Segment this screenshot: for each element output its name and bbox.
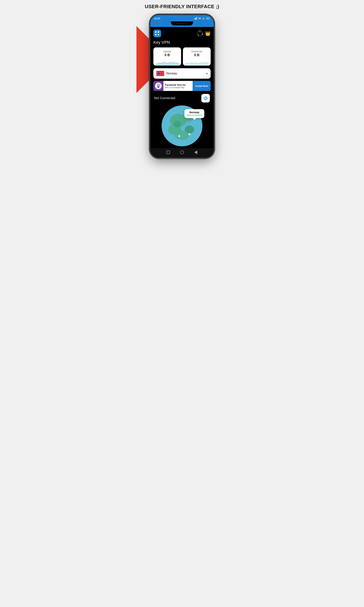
connection-row: Not Connected ⏻ bbox=[153, 94, 211, 103]
globe-area: Norway Disconnected bbox=[153, 106, 211, 148]
status-bar: 11:47 4G 🔒 52 bbox=[150, 15, 214, 21]
page-headline: USER-FRIENDLY INTERFACE ;) bbox=[138, 4, 226, 10]
svg-point-27 bbox=[189, 133, 190, 135]
phone-screen: 11:47 4G 🔒 52 bbox=[150, 15, 214, 158]
navigation-bar bbox=[150, 148, 214, 158]
tooltip-country: Norway bbox=[187, 111, 202, 114]
download-card: Download 0 B bbox=[183, 47, 211, 66]
header-right: 👑 bbox=[196, 30, 211, 37]
app-title: Key VPN bbox=[153, 40, 211, 45]
page-wrapper: USER-FRIENDLY INTERFACE ;) 11:47 bbox=[136, 0, 228, 163]
upload-card: Upload 0 B bbox=[153, 47, 181, 66]
back-icon bbox=[194, 150, 197, 154]
battery-icon: 52 bbox=[206, 17, 210, 20]
svg-rect-14 bbox=[156, 73, 164, 74]
side-btn-vol-up bbox=[149, 43, 150, 53]
menu-button[interactable] bbox=[153, 30, 161, 37]
upload-chart bbox=[156, 59, 179, 66]
svg-rect-2 bbox=[196, 17, 197, 20]
power-icon: ⏻ bbox=[204, 96, 208, 101]
download-chart bbox=[185, 59, 208, 66]
ad-logo-inner bbox=[155, 83, 162, 89]
speaker-grille bbox=[176, 23, 185, 24]
notch-area bbox=[150, 21, 214, 27]
upload-label: Upload bbox=[156, 50, 179, 53]
power-button[interactable]: ⏻ bbox=[201, 94, 210, 103]
stats-row: Upload 0 B Download 0 B bbox=[153, 47, 211, 66]
notch bbox=[171, 21, 193, 26]
app-content: 👑 Key VPN Upload 0 B bbox=[150, 27, 214, 148]
ad-logo bbox=[153, 81, 163, 91]
install-button[interactable]: Install Now bbox=[193, 81, 211, 91]
app-header: 👑 bbox=[153, 30, 211, 37]
nav-recent-apps-button[interactable] bbox=[166, 150, 170, 155]
download-value: 0 B bbox=[185, 53, 208, 57]
network-type: 4G bbox=[198, 17, 201, 20]
recent-apps-icon bbox=[167, 151, 170, 154]
phone-frame: 11:47 4G 🔒 52 bbox=[150, 15, 214, 158]
premium-crown-icon[interactable]: 👑 bbox=[205, 31, 211, 36]
chevron-down-icon: ▾ bbox=[206, 72, 208, 75]
svg-point-22 bbox=[175, 131, 189, 140]
status-time: 11:47 bbox=[154, 17, 160, 20]
norway-flag bbox=[156, 71, 164, 76]
svg-rect-1 bbox=[195, 18, 196, 20]
side-btn-power bbox=[214, 37, 215, 49]
ad-text: Facebook Test Ad Get it on Google Play bbox=[163, 83, 193, 89]
menu-dot bbox=[155, 31, 156, 33]
ad-banner[interactable]: Facebook Test Ad Get it on Google Play I… bbox=[153, 81, 211, 91]
country-selector[interactable]: Norway ▾ bbox=[153, 68, 211, 79]
location-tooltip: Norway Disconnected bbox=[184, 109, 204, 118]
menu-dot bbox=[158, 34, 159, 35]
svg-point-6 bbox=[202, 34, 203, 35]
connection-status-text: Not Connected bbox=[154, 96, 175, 100]
orbit-icon[interactable] bbox=[196, 30, 203, 37]
side-btn-mute bbox=[149, 34, 150, 40]
download-label: Download bbox=[185, 50, 208, 53]
status-right-icons: 4G 🔒 52 bbox=[195, 17, 210, 20]
home-icon bbox=[180, 150, 184, 154]
svg-rect-0 bbox=[195, 18, 195, 20]
menu-dot bbox=[155, 34, 156, 35]
svg-point-23 bbox=[174, 121, 181, 127]
signal-icon bbox=[195, 17, 197, 20]
side-btn-vol-down bbox=[149, 55, 150, 65]
svg-point-16 bbox=[158, 85, 159, 86]
lock-icon: 🔒 bbox=[202, 17, 205, 20]
country-name: Norway bbox=[166, 72, 204, 75]
nav-back-button[interactable] bbox=[194, 150, 198, 155]
svg-line-9 bbox=[198, 31, 200, 35]
nav-home-button[interactable] bbox=[180, 150, 184, 155]
menu-dot bbox=[158, 31, 159, 33]
front-camera bbox=[187, 23, 188, 24]
svg-rect-3 bbox=[197, 17, 198, 20]
svg-point-5 bbox=[199, 30, 200, 31]
upload-value: 0 B bbox=[156, 53, 179, 57]
svg-point-7 bbox=[198, 35, 199, 36]
svg-point-26 bbox=[178, 135, 180, 137]
ad-subtitle: Get it on Google Play bbox=[165, 86, 191, 89]
tooltip-status: Disconnected bbox=[187, 114, 202, 117]
globe-container: Norway Disconnected bbox=[162, 106, 202, 146]
ad-title: Facebook Test Ad bbox=[165, 83, 191, 86]
